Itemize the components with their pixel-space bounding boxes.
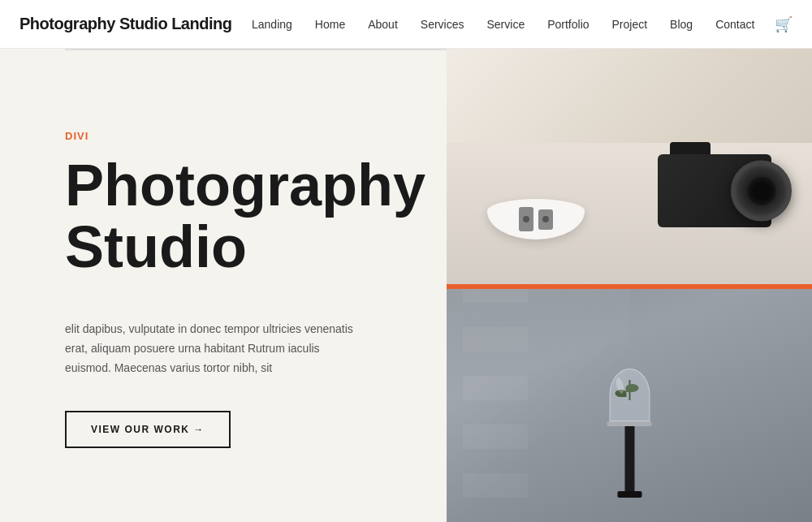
nav-link-project[interactable]: Project	[612, 18, 648, 31]
hero-title: Photography Studio	[65, 155, 447, 278]
hero-images-right	[447, 49, 812, 522]
film-roll-1	[519, 207, 533, 231]
nav-links: Landing Home About Services Service Port…	[252, 17, 754, 32]
room-scene	[447, 289, 812, 522]
nav-item-services[interactable]: Services	[421, 17, 464, 32]
nav-item-blog[interactable]: Blog	[670, 17, 693, 32]
nav-item-service[interactable]: Service	[486, 17, 525, 32]
nav-link-service[interactable]: Service	[486, 18, 525, 31]
camera-main	[658, 154, 771, 227]
hero-section: DIVI Photography Studio elit dapibus, vu…	[0, 49, 812, 522]
nav-item-home[interactable]: Home	[315, 17, 345, 32]
nav-item-portfolio[interactable]: Portfolio	[547, 17, 589, 32]
nav-link-home[interactable]: Home	[315, 18, 345, 31]
nav-item-about[interactable]: About	[368, 17, 398, 32]
pedestal-with-dome	[607, 369, 652, 498]
hero-description: elit dapibus, vulputate in donec tempor …	[65, 320, 365, 377]
plant-leaf-2	[615, 390, 626, 397]
nav-item-landing[interactable]: Landing	[252, 17, 292, 32]
hero-content-left: DIVI Photography Studio elit dapibus, vu…	[0, 49, 447, 522]
window-rays	[447, 289, 629, 522]
site-logo[interactable]: Photography Studio Landing	[19, 15, 231, 33]
nav-link-portfolio[interactable]: Portfolio	[547, 18, 589, 31]
divi-label: DIVI	[65, 130, 447, 142]
hero-title-line2: Studio	[65, 214, 247, 279]
camera-lens	[731, 161, 792, 222]
nav-link-contact[interactable]: Contact	[715, 18, 754, 31]
nav-item-project[interactable]: Project	[612, 17, 648, 32]
view-work-button[interactable]: VIEW OUR WORK →	[65, 411, 231, 448]
nav-link-blog[interactable]: Blog	[670, 18, 693, 31]
nav-link-about[interactable]: About	[368, 18, 398, 31]
hero-image-bottom	[447, 289, 812, 522]
hero-image-top	[447, 49, 812, 284]
navbar: Photography Studio Landing Landing Home …	[0, 0, 812, 49]
cart-icon[interactable]: 🛒	[775, 15, 793, 33]
dome-glass	[609, 369, 650, 421]
plant-inside	[621, 380, 637, 408]
nav-item-contact[interactable]: Contact	[715, 17, 754, 32]
nav-link-landing[interactable]: Landing	[252, 18, 292, 31]
nav-link-services[interactable]: Services	[421, 18, 464, 31]
pedestal-foot	[617, 491, 641, 498]
camera-scene	[447, 49, 812, 284]
film-roll-2	[538, 209, 553, 230]
plant-leaf-1	[625, 384, 638, 392]
hero-title-line1: Photography	[65, 153, 425, 218]
pedestal-column	[624, 426, 634, 491]
camera-body	[658, 154, 788, 244]
